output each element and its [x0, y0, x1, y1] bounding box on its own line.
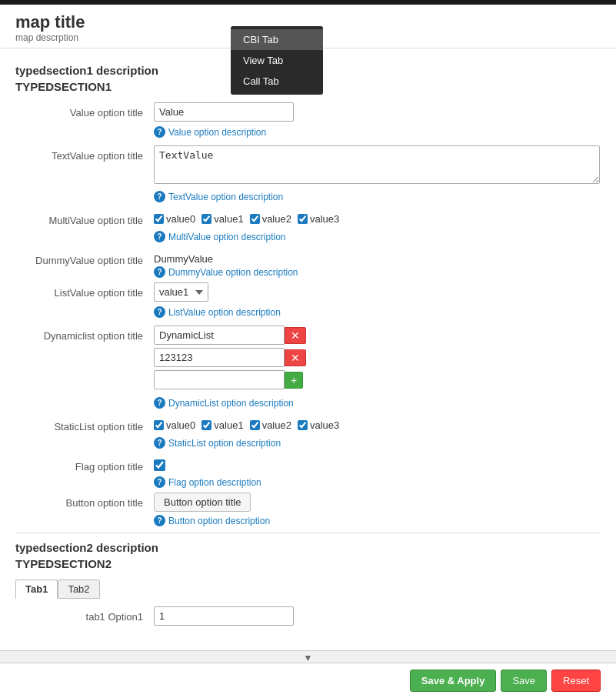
dynamiclist-remove-0[interactable]: ✕ [285, 327, 306, 344]
value-option-label: Value option title [15, 102, 154, 119]
tabs-bar: Tab1 Tab2 [15, 579, 601, 599]
multivalue-cb-value3-label: value3 [310, 213, 339, 225]
staticlist-help-icon: ? [154, 437, 165, 449]
staticlist-cb-value1-input[interactable] [201, 420, 211, 430]
staticlist-cb-value3: value3 [298, 419, 339, 431]
button-option-row: Button option title Button option title … [15, 493, 601, 526]
multivalue-cb-value0-label: value0 [166, 213, 195, 225]
content-area: typedsection1 description TYPEDSECTION1 … [0, 48, 616, 670]
tab1-option1-row: tab1 Option1 [15, 606, 601, 626]
button-option-btn[interactable]: Button option title [154, 493, 251, 512]
dynamiclist-help: ? DynamicList option description [154, 397, 601, 409]
value-option-row: Value option title [15, 102, 601, 122]
multivalue-option-help: ? MultiValue option description [154, 231, 601, 242]
dummyvalue-help-icon: ? [154, 266, 165, 278]
staticlist-cb-value0: value0 [154, 419, 195, 431]
staticlist-cb-value0-label: value0 [166, 419, 195, 431]
value-option-help-text: Value option description [168, 127, 266, 138]
footer: Save & Apply Save Reset [0, 663, 616, 670]
multivalue-cb-value2-label: value2 [262, 213, 291, 225]
listvalue-option-control: value1 value2 value3 [154, 282, 601, 302]
flag-help-text: Flag option description [168, 477, 261, 488]
staticlist-cb-value3-input[interactable] [298, 420, 308, 430]
multivalue-cb-value0-input[interactable] [154, 214, 164, 224]
dynamiclist-remove-1[interactable]: ✕ [285, 349, 306, 366]
dynamiclist-add-button[interactable]: + [285, 372, 303, 389]
multivalue-cb-value1: value1 [201, 213, 243, 225]
button-help-icon: ? [154, 515, 165, 526]
staticlist-cb-value0-input[interactable] [154, 420, 164, 430]
multivalue-option-control: value0 value1 value2 value3 [154, 210, 601, 225]
flag-help-inline: ? Flag option description [154, 476, 601, 488]
staticlist-cb-value3-label: value3 [310, 419, 339, 431]
staticlist-cb-value2-label: value2 [262, 419, 291, 431]
tab-tab2[interactable]: Tab2 [58, 579, 99, 599]
textvalue-option-help: ? TextValue option description [154, 191, 601, 202]
multivalue-option-help-text: MultiValue option description [168, 232, 286, 242]
multivalue-cb-value3: value3 [298, 213, 339, 225]
multivalue-option-help-icon: ? [154, 231, 165, 242]
dynamiclist-help-text: DynamicList option description [168, 398, 294, 409]
staticlist-option-label: StaticList option title [15, 416, 154, 432]
value-option-help-icon: ? [154, 126, 165, 138]
main-content: typedsection1 description TYPEDSECTION1 … [0, 48, 616, 670]
listvalue-option-help: ? ListValue option description [154, 306, 601, 318]
staticlist-cb-value1-label: value1 [214, 419, 243, 431]
listvalue-help-text: ListValue option description [168, 307, 281, 318]
listvalue-select[interactable]: value1 value2 value3 [154, 282, 208, 302]
dynamiclist-option-control: ✕ ✕ + [154, 326, 601, 392]
staticlist-cb-value1: value1 [201, 419, 243, 431]
listvalue-help-icon: ? [154, 306, 165, 318]
multivalue-cb-value2-input[interactable] [250, 214, 260, 224]
dynamiclist-option-row: Dynamiclist option title ✕ ✕ + [15, 326, 601, 392]
textvalue-option-row: TextValue option title TextValue [15, 145, 601, 186]
textvalue-option-textarea[interactable]: TextValue [154, 145, 600, 184]
dummyvalue-help-inline: ? DummyValue option description [154, 266, 601, 278]
dynamiclist-option-label: Dynamiclist option title [15, 326, 154, 342]
section-divider [15, 533, 601, 533]
dynamiclist-help-icon: ? [154, 397, 165, 409]
flag-checkbox-input[interactable] [154, 459, 165, 471]
menu-item-view-tab[interactable]: View Tab [231, 50, 323, 71]
button-help-inline: ? Button option description [154, 515, 601, 526]
dropdown-menu: CBI Tab View Tab Call Tab [231, 26, 323, 95]
dummyvalue-option-control: DummyValue ? DummyValue option descripti… [154, 250, 601, 278]
section2-description: typedsection2 description [15, 541, 601, 554]
staticlist-help-text: StaticList option description [168, 438, 281, 449]
staticlist-cb-value2: value2 [250, 419, 291, 431]
flag-option-label: Flag option title [15, 456, 154, 473]
button-option-label: Button option title [15, 493, 154, 509]
flag-option-row: Flag option title ? Flag option descript… [15, 456, 601, 488]
staticlist-cb-value2-input[interactable] [250, 420, 260, 430]
menu-item-call-tab[interactable]: Call Tab [231, 71, 323, 92]
tab1-option1-label: tab1 Option1 [15, 606, 154, 623]
tab1-option1-input[interactable] [154, 606, 294, 626]
multivalue-cb-value1-input[interactable] [201, 214, 211, 224]
multivalue-cb-value0: value0 [154, 213, 195, 225]
multivalue-option-row: MultiValue option title value0 value1 va… [15, 210, 601, 226]
dynamiclist-add-row: + [154, 370, 601, 389]
menu-item-cbi-tab[interactable]: CBI Tab [231, 29, 323, 50]
staticlist-checkboxes: value0 value1 value2 value3 [154, 416, 601, 431]
dynamiclist-item-1: ✕ [154, 348, 601, 367]
dynamiclist-item-0: ✕ [154, 326, 601, 345]
dummyvalue-option-label: DummyValue option title [15, 250, 154, 266]
textvalue-option-control: TextValue [154, 145, 601, 186]
textvalue-option-help-icon: ? [154, 191, 165, 202]
listvalue-option-label: ListValue option title [15, 282, 154, 299]
button-help-text: Button option description [168, 516, 270, 526]
multivalue-cb-value3-input[interactable] [298, 214, 308, 224]
dynamiclist-input-1[interactable] [154, 348, 285, 367]
dynamiclist-new-input[interactable] [154, 370, 285, 389]
multivalue-cb-value2: value2 [250, 213, 291, 225]
dummyvalue-help-text: DummyValue option description [168, 267, 298, 278]
multivalue-option-label: MultiValue option title [15, 210, 154, 226]
multivalue-checkboxes: value0 value1 value2 value3 [154, 210, 601, 225]
dynamiclist-input-0[interactable] [154, 326, 285, 345]
tab-tab1[interactable]: Tab1 [15, 579, 58, 599]
value-option-input[interactable] [154, 102, 294, 122]
staticlist-help: ? StaticList option description [154, 437, 601, 449]
value-option-help: ? Value option description [154, 126, 601, 138]
staticlist-option-row: StaticList option title value0 value1 va… [15, 416, 601, 432]
dummyvalue-text: DummyValue [154, 250, 601, 265]
